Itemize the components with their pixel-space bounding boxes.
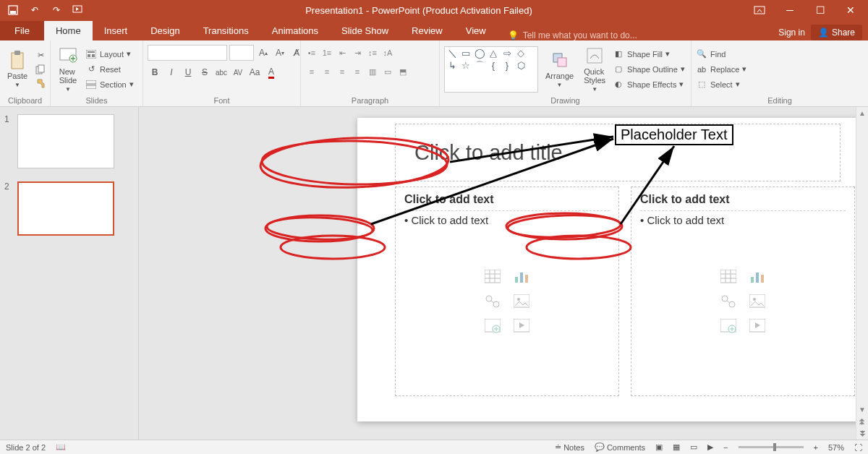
insert-picture-icon[interactable] [749,294,765,309]
thumbnail-2[interactable]: 2 [4,181,134,236]
tab-transitions[interactable]: Transitions [192,21,260,40]
align-text-icon[interactable]: ▭ [381,65,394,78]
vertical-scrollbar[interactable]: ▲ ▼ ⯭ ⯯ [856,107,868,440]
thumbnail-1[interactable]: 1 [4,114,134,168]
reading-view-icon[interactable]: ▭ [690,442,697,452]
tab-file[interactable]: File [0,21,44,40]
start-from-beginning-icon[interactable] [71,3,85,17]
cut-icon[interactable]: ✂ [35,50,46,61]
insert-smartart-icon[interactable] [720,294,736,309]
columns-icon[interactable]: ▥ [366,65,379,78]
fit-to-window-icon[interactable]: ⛶ [854,443,862,452]
tab-design[interactable]: Design [139,21,191,40]
font-color-icon[interactable]: A [264,65,278,80]
insert-table-icon[interactable] [720,270,736,284]
layout-button[interactable]: Layout ▾ [85,48,134,61]
insert-chart-icon[interactable] [749,270,765,284]
bullets-icon[interactable]: •≡ [305,46,318,59]
strikethrough-button[interactable]: S [197,65,212,80]
bold-button[interactable]: B [148,65,162,80]
format-painter-icon[interactable] [35,77,46,89]
text-direction-icon[interactable]: ↕A [381,46,394,59]
insert-chart-icon[interactable] [514,270,529,284]
zoom-in-button[interactable]: + [814,443,818,452]
notes-button[interactable]: ≐ Notes [555,442,584,452]
slide[interactable]: Click to add title Click to add text • C… [357,118,868,421]
content-placeholder-right[interactable]: Click to add text • Click to add text [631,187,855,396]
tell-me-search[interactable]: 💡 Tell me what you want to do... [498,30,779,40]
slideshow-view-icon[interactable]: ▶ [707,442,713,452]
justify-icon[interactable]: ≡ [351,65,364,78]
ribbon-display-icon[interactable] [746,1,773,20]
tab-slideshow[interactable]: Slide Show [330,21,400,40]
shape-fill-button[interactable]: ◧Shape Fill ▾ [613,48,685,61]
share-button[interactable]: 👤Share [811,25,862,40]
minimize-button[interactable]: ─ [777,1,803,20]
copy-icon[interactable] [35,64,46,75]
insert-online-picture-icon[interactable] [720,319,736,333]
tab-review[interactable]: Review [400,21,454,40]
font-size-combo[interactable] [229,45,254,61]
shape-outline-button[interactable]: ▢Shape Outline ▾ [613,63,685,76]
tab-animations[interactable]: Animations [260,21,330,40]
character-spacing-icon[interactable]: AV [231,65,245,80]
slide-sorter-view-icon[interactable]: ▦ [673,442,680,452]
underline-button[interactable]: U [181,65,195,80]
shapes-gallery[interactable]: ＼ ▭ ◯ △ ⇨ ◇ ↳ ☆ ⌒ { } ⬡ [444,46,538,93]
replace-button[interactable]: abReplace ▾ [696,63,746,76]
decrease-font-icon[interactable]: A▾ [273,46,287,60]
font-family-combo[interactable] [148,45,227,61]
align-right-icon[interactable]: ≡ [336,65,349,78]
slide-indicator[interactable]: Slide 2 of 2 [6,443,46,452]
new-slide-button[interactable]: New Slide ▼ [55,44,81,94]
zoom-out-button[interactable]: − [723,443,728,452]
quick-styles-button[interactable]: Quick Styles▼ [581,44,608,94]
zoom-slider[interactable] [739,446,804,448]
next-slide-icon[interactable]: ⯯ [856,427,868,440]
sign-in-link[interactable]: Sign in [778,27,805,38]
select-button[interactable]: ⬚Select ▾ [696,78,746,91]
thumb-preview[interactable] [17,114,114,168]
tab-view[interactable]: View [454,21,498,40]
thumb-preview[interactable] [17,181,114,236]
paste-button[interactable]: Paste ▼ [4,48,30,90]
align-left-icon[interactable]: ≡ [305,65,318,78]
find-button[interactable]: 🔍Find [696,48,746,61]
insert-table-icon[interactable] [485,270,501,284]
arrange-button[interactable]: Arrange▼ [542,48,576,90]
tab-home[interactable]: Home [44,21,93,40]
comments-button[interactable]: 💬 Comments [595,442,645,452]
maximize-button[interactable]: ☐ [807,1,833,20]
shadow-button[interactable]: abc [214,65,229,80]
decrease-indent-icon[interactable]: ⇤ [336,46,349,59]
change-case-icon[interactable]: Aa [247,65,262,80]
save-icon[interactable] [6,3,20,17]
smartart-convert-icon[interactable]: ⬒ [396,65,409,78]
insert-picture-icon[interactable] [514,294,529,309]
spellcheck-icon[interactable]: 📖 [56,442,66,452]
shape-effects-button[interactable]: ◐Shape Effects ▾ [613,78,685,91]
insert-online-picture-icon[interactable] [485,319,501,333]
scroll-up-icon[interactable]: ▲ [856,107,868,119]
line-spacing-icon[interactable]: ↕≡ [366,46,379,59]
align-center-icon[interactable]: ≡ [320,65,333,78]
section-button[interactable]: Section ▾ [85,78,134,91]
zoom-level[interactable]: 57% [828,443,844,452]
insert-video-icon[interactable] [514,319,529,333]
italic-button[interactable]: I [164,65,179,80]
reset-button[interactable]: ↺Reset [85,63,134,76]
normal-view-icon[interactable]: ▣ [655,442,663,452]
close-button[interactable]: ✕ [838,1,864,20]
prev-slide-icon[interactable]: ⯭ [856,416,868,428]
redo-icon[interactable]: ↷ [49,3,64,17]
numbering-icon[interactable]: 1≡ [320,46,333,59]
undo-icon[interactable]: ↶ [27,3,42,17]
tab-insert[interactable]: Insert [93,21,140,40]
insert-video-icon[interactable] [749,319,765,333]
content-placeholder-left[interactable]: Click to add text • Click to add text [395,187,619,396]
scroll-down-icon[interactable]: ▼ [856,403,868,416]
increase-font-icon[interactable]: A▴ [256,46,271,60]
increase-indent-icon[interactable]: ⇥ [351,46,364,59]
scroll-track[interactable] [856,119,868,403]
insert-smartart-icon[interactable] [485,294,501,309]
